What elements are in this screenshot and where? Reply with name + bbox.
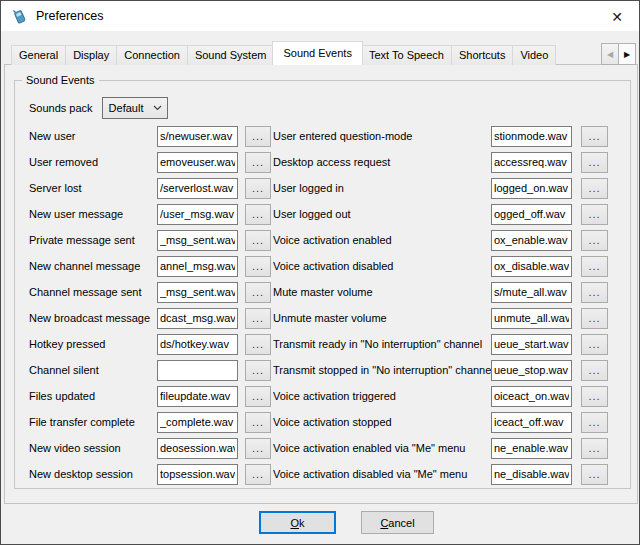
browse-button[interactable]: ... <box>581 412 608 433</box>
sound-file-input[interactable] <box>491 178 572 199</box>
sound-file-input[interactable] <box>157 386 238 407</box>
sound-event-row: Voice activation stopped... <box>273 409 608 435</box>
sound-file-input[interactable] <box>491 360 572 381</box>
sound-file-input[interactable] <box>491 308 572 329</box>
browse-button[interactable]: ... <box>245 256 271 277</box>
sound-file-input[interactable] <box>491 126 572 147</box>
browse-button[interactable]: ... <box>581 178 608 199</box>
sounds-pack-label: Sounds pack <box>29 102 93 114</box>
sound-event-label: New video session <box>29 442 157 454</box>
browse-button[interactable]: ... <box>581 256 608 277</box>
sound-file-input[interactable] <box>491 438 572 459</box>
sound-file-input[interactable] <box>491 282 572 303</box>
sound-file-input[interactable] <box>157 308 238 329</box>
sound-file-input[interactable] <box>157 204 238 225</box>
browse-button[interactable]: ... <box>245 438 271 459</box>
sound-file-input[interactable] <box>157 152 238 173</box>
sound-event-row: Voice activation disabled... <box>273 253 608 279</box>
browse-button[interactable]: ... <box>581 464 608 485</box>
sound-file-input[interactable] <box>157 282 238 303</box>
sound-file-input[interactable] <box>157 438 238 459</box>
sound-event-row: Channel silent... <box>29 357 271 383</box>
browse-button[interactable]: ... <box>581 360 608 381</box>
sound-event-row: New video session... <box>29 435 271 461</box>
browse-button[interactable]: ... <box>245 464 271 485</box>
close-icon[interactable]: ✕ <box>604 6 630 27</box>
sound-file-input[interactable] <box>491 230 572 251</box>
tab-video[interactable]: Video <box>512 45 556 65</box>
sound-event-row: Mute master volume... <box>273 279 608 305</box>
sound-event-label: User removed <box>29 156 157 168</box>
tab-scroll-right-icon[interactable]: ▶ <box>618 43 636 65</box>
sound-file-input[interactable] <box>157 256 238 277</box>
tab-sound-events[interactable]: Sound Events <box>272 41 363 65</box>
tab-scroll-buttons: ◀ ▶ <box>601 43 636 65</box>
browse-button[interactable]: ... <box>581 282 608 303</box>
sound-file-input[interactable] <box>157 360 238 381</box>
browse-button[interactable]: ... <box>245 152 271 173</box>
browse-button[interactable]: ... <box>245 178 271 199</box>
sound-event-row: Transmit stopped in "No interruption" ch… <box>273 357 608 383</box>
browse-button[interactable]: ... <box>581 308 608 329</box>
browse-button[interactable]: ... <box>581 230 608 251</box>
sound-event-label: Transmit stopped in "No interruption" ch… <box>273 364 491 376</box>
sound-event-label: Transmit ready in "No interruption" chan… <box>273 338 491 350</box>
sound-file-input[interactable] <box>491 412 572 433</box>
browse-button[interactable]: ... <box>245 386 271 407</box>
browse-button[interactable]: ... <box>581 386 608 407</box>
browse-button[interactable]: ... <box>581 204 608 225</box>
tab-general[interactable]: General <box>11 45 66 65</box>
browse-button[interactable]: ... <box>245 360 271 381</box>
browse-button[interactable]: ... <box>245 334 271 355</box>
browse-button[interactable]: ... <box>245 126 271 147</box>
tab-shortcuts[interactable]: Shortcuts <box>451 45 513 65</box>
sound-event-row: User entered question-mode... <box>273 123 608 149</box>
browse-button[interactable]: ... <box>245 308 271 329</box>
title-bar: Preferences ✕ <box>1 1 639 31</box>
sound-event-row: Private message sent... <box>29 227 271 253</box>
tab-page-sound-events: Sound Events Sounds pack Default New use… <box>4 64 638 504</box>
sound-event-label: Private message sent <box>29 234 157 246</box>
sound-file-input[interactable] <box>491 464 572 485</box>
tab-display[interactable]: Display <box>65 45 117 65</box>
browse-button[interactable]: ... <box>581 334 608 355</box>
sound-file-input[interactable] <box>491 334 572 355</box>
sound-event-row: Channel message sent... <box>29 279 271 305</box>
sound-event-row: Unmute master volume... <box>273 305 608 331</box>
browse-button[interactable]: ... <box>245 230 271 251</box>
sound-event-label: New broadcast message <box>29 312 157 324</box>
sound-event-row: User logged in... <box>273 175 608 201</box>
sound-file-input[interactable] <box>157 412 238 433</box>
browse-button[interactable]: ... <box>245 204 271 225</box>
sound-file-input[interactable] <box>157 464 238 485</box>
tab-connection[interactable]: Connection <box>116 45 188 65</box>
tab-sound-system[interactable]: Sound System <box>187 45 275 65</box>
browse-button[interactable]: ... <box>581 152 608 173</box>
sound-event-label: Unmute master volume <box>273 312 491 324</box>
sound-file-input[interactable] <box>491 152 572 173</box>
ok-button[interactable]: Ok <box>259 511 336 534</box>
sound-file-input[interactable] <box>157 178 238 199</box>
tab-text-to-speech[interactable]: Text To Speech <box>361 45 452 65</box>
sound-file-input[interactable] <box>157 230 238 251</box>
sound-event-label: User logged in <box>273 182 491 194</box>
sound-event-label: Voice activation enabled <box>273 234 491 246</box>
cancel-button[interactable]: Cancel <box>361 511 434 534</box>
sounds-pack-select[interactable]: Default <box>102 97 168 119</box>
sound-file-input[interactable] <box>491 386 572 407</box>
sound-file-input[interactable] <box>491 204 572 225</box>
browse-button[interactable]: ... <box>245 412 271 433</box>
browse-button[interactable]: ... <box>581 126 608 147</box>
sound-event-label: Voice activation enabled via "Me" menu <box>273 442 491 454</box>
sound-event-row: User removed... <box>29 149 271 175</box>
browse-button[interactable]: ... <box>245 282 271 303</box>
sound-events-column-right: User entered question-mode...Desktop acc… <box>273 123 608 487</box>
sound-event-row: New desktop session... <box>29 461 271 487</box>
sound-file-input[interactable] <box>157 126 238 147</box>
tab-scroll-left-icon[interactable]: ◀ <box>601 43 619 65</box>
sound-event-label: Voice activation stopped <box>273 416 491 428</box>
browse-button[interactable]: ... <box>581 438 608 459</box>
sound-event-row: Voice activation enabled... <box>273 227 608 253</box>
sound-file-input[interactable] <box>491 256 572 277</box>
sound-file-input[interactable] <box>157 334 238 355</box>
